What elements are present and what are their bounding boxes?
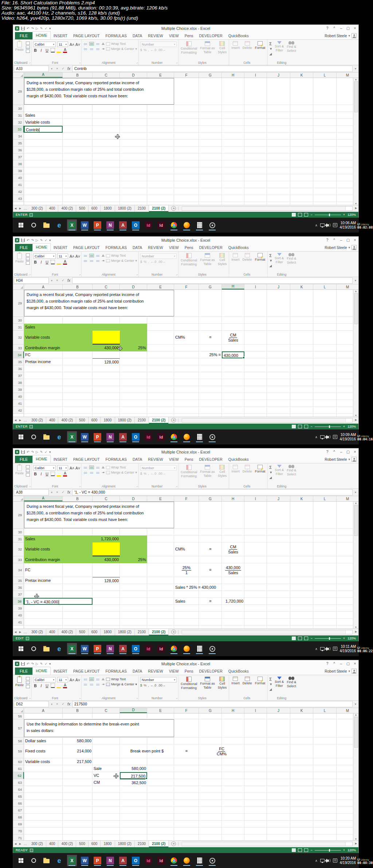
vertical-scrollbar[interactable]: ▲ ▼ — [353, 78, 358, 205]
italic-button[interactable]: I — [39, 683, 43, 688]
powerpoint-taskbar-button[interactable]: P — [93, 431, 102, 443]
merge-center-button[interactable]: Merge & Center ▾ — [106, 258, 137, 263]
wrap-text-button[interactable]: Wrap Text — [106, 42, 137, 46]
column-header[interactable]: E — [147, 708, 174, 713]
cortana-button[interactable] — [29, 855, 39, 866]
excel-logo-icon[interactable]: X — [15, 662, 19, 666]
qat-play-icon[interactable]: ▷ — [36, 450, 38, 454]
redo-icon[interactable]: ↷ — [31, 662, 34, 666]
grid-cell[interactable]: CM% — [174, 331, 199, 345]
format-painter-icon[interactable] — [26, 50, 30, 53]
zoom-out-icon[interactable]: − — [310, 425, 312, 428]
align-bottom-icon[interactable] — [95, 466, 100, 469]
align-top-icon[interactable] — [83, 677, 88, 681]
clear-button[interactable]: ◢ — [269, 52, 272, 56]
file-explorer-button[interactable] — [42, 855, 51, 866]
number-format-select[interactable]: Number ▾ — [140, 42, 177, 47]
row-header[interactable]: 29 — [13, 78, 24, 105]
qat-check-icon[interactable]: ✓ — [45, 238, 48, 242]
column-header[interactable]: M — [337, 496, 358, 501]
tab-developer[interactable]: DEVELOPER — [196, 32, 225, 39]
align-center-icon[interactable] — [89, 471, 94, 474]
sheet-tab[interactable]: 400 — [46, 841, 59, 847]
grid-cell[interactable]: 25%1 — [174, 563, 199, 577]
sheet-tab[interactable]: 400 — [46, 205, 59, 212]
tab-page-layout[interactable]: PAGE LAYOUT — [70, 667, 103, 675]
font-name-select[interactable]: Calibri ▾ — [33, 465, 56, 471]
tab-view[interactable]: VIEW — [166, 244, 182, 251]
grow-font-button[interactable]: A˄ — [70, 677, 74, 682]
tray-expand-icon[interactable]: ∧ — [315, 859, 318, 863]
align-middle-icon[interactable] — [89, 254, 94, 257]
orientation-icon[interactable]: ⟁ — [102, 42, 105, 46]
row-header[interactable]: 66 — [13, 800, 24, 807]
excel-taskbar-button[interactable]: X — [67, 431, 77, 443]
format-as-table-button[interactable]: Format as Table — [199, 676, 216, 690]
column-header[interactable]: A — [24, 496, 63, 501]
find-select-button[interactable]: Find & Select — [286, 464, 297, 476]
tab-file[interactable]: FILE — [15, 456, 32, 463]
column-header[interactable]: H — [222, 708, 244, 713]
display-icon[interactable] — [320, 647, 325, 650]
sheet-tab[interactable]: 600 — [89, 629, 101, 635]
paste-button[interactable]: Paste — [15, 253, 24, 264]
account-area[interactable]: Robert Steele ▾ — [325, 669, 358, 675]
paste-button[interactable]: Paste — [15, 41, 24, 52]
tab-pens[interactable]: Pens — [182, 667, 196, 675]
align-center-icon[interactable] — [89, 47, 94, 51]
name-box[interactable]: A33 — [14, 66, 49, 72]
bold-button[interactable]: B — [33, 683, 38, 688]
indent-icon[interactable]: ⇥ — [102, 470, 105, 475]
undo-icon[interactable]: ↶ — [27, 26, 30, 31]
format-button[interactable]: Format — [254, 464, 266, 474]
qat-pen-icon[interactable]: ✎ — [40, 26, 43, 31]
autosum-button[interactable]: Σ — [269, 253, 272, 258]
cut-icon[interactable] — [26, 253, 30, 257]
delete-button[interactable]: Delete — [242, 676, 253, 685]
dialog-launcher-icon[interactable]: ⌐ — [79, 697, 81, 700]
row-header[interactable]: 62 — [13, 772, 24, 779]
name-box[interactable]: A38 — [14, 489, 49, 495]
cell-grid[interactable]: 293031323334353637383940414243SalesVaria… — [13, 78, 353, 205]
tab-review[interactable]: REVIEW — [145, 667, 166, 675]
grid-cell[interactable]: CMSales — [222, 331, 244, 345]
chrome-taskbar-button[interactable] — [169, 431, 179, 443]
grid-cell[interactable]: 1,720,000 — [222, 598, 244, 605]
column-header[interactable]: L — [313, 73, 337, 78]
sheet-tab[interactable]: 300 (2) — [28, 205, 46, 212]
row-header[interactable]: 41 — [13, 400, 24, 407]
sheet-scroll-right-icon[interactable]: ▶ — [18, 841, 23, 847]
column-header[interactable]: E — [147, 73, 174, 78]
dialog-launcher-icon[interactable]: ⌐ — [30, 697, 31, 700]
minimize-button[interactable]: – — [338, 448, 345, 456]
copy-icon[interactable] — [26, 257, 30, 261]
file-explorer-button[interactable] — [42, 431, 51, 443]
action-center-icon[interactable] — [333, 223, 337, 227]
align-bottom-icon[interactable] — [95, 677, 100, 681]
row-header[interactable]: 32 — [13, 119, 24, 126]
scrollbar-thumb[interactable] — [354, 81, 358, 112]
sheet-scroll-right-icon[interactable]: ▶ — [18, 417, 23, 424]
row-header[interactable]: 35 — [13, 577, 24, 584]
formula-input[interactable]: 217500 — [72, 701, 353, 707]
speaker-icon[interactable] — [327, 648, 329, 650]
wrap-text-button[interactable]: Wrap Text — [106, 677, 137, 681]
help-button[interactable]: ? — [324, 660, 331, 667]
find-select-button[interactable]: Find & Select — [286, 41, 297, 53]
action-center-icon[interactable] — [333, 435, 337, 439]
access-taskbar-button[interactable]: A — [118, 219, 128, 231]
accounting-format-icon[interactable]: $ — [140, 48, 142, 52]
align-bottom-icon[interactable] — [95, 254, 100, 257]
excel-logo-icon[interactable]: X — [15, 238, 19, 242]
tab-review[interactable]: REVIEW — [145, 32, 166, 39]
qat-play-icon[interactable]: ▷ — [36, 26, 38, 31]
column-header[interactable]: D — [120, 708, 147, 713]
excel-taskbar-button[interactable]: X — [67, 219, 77, 231]
qat-play-icon[interactable]: ▷ — [36, 238, 38, 242]
chrome-taskbar-button[interactable] — [169, 855, 179, 866]
italic-button[interactable]: I — [39, 260, 43, 265]
start-button[interactable] — [16, 219, 26, 231]
align-top-icon[interactable] — [83, 42, 88, 46]
name-box[interactable]: D62 — [14, 701, 49, 707]
percent-style-icon[interactable]: % — [144, 260, 146, 264]
